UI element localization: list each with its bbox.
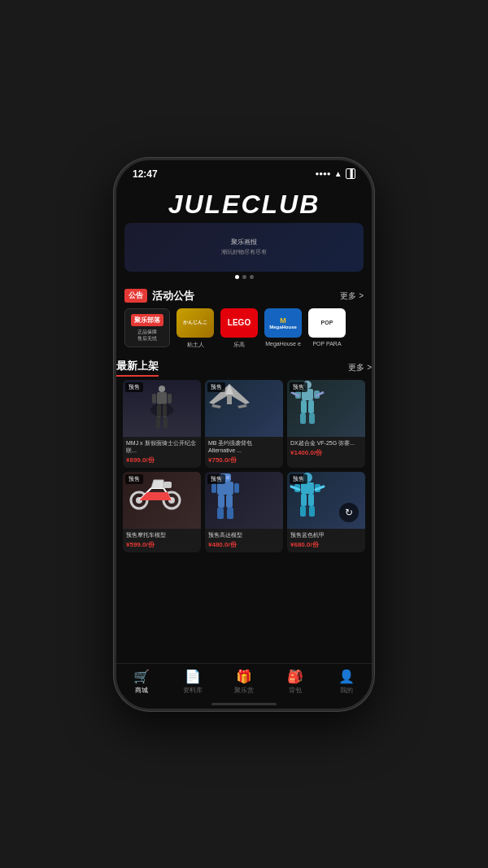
juleshang-label: 聚乐赏 [234,686,254,695]
presale-tag-5: 预售 [207,474,225,484]
announcement-title: 活动公告 [152,289,194,303]
brand-item-megahouse[interactable]: M MegaHouse MegaHouse e [264,308,302,347]
power-button[interactable] [373,258,374,290]
product-name-5: 预售高达模型 [208,531,280,539]
product-info-3: DX超合金 VF-25G 弥赛... ¥1400.0/份 [287,437,365,460]
app-logo: JULECLUB [116,183,372,223]
svg-rect-20 [300,413,306,424]
refresh-button[interactable]: ↻ [339,503,359,522]
dot-1[interactable] [235,275,239,279]
presale-tag-4: 预售 [125,474,143,484]
newest-header: 最新上架 更多 > [116,355,372,380]
figure-svg [146,386,178,430]
svg-rect-43 [301,494,307,506]
library-label: 资料库 [183,686,203,695]
svg-rect-2 [152,394,156,403]
juleshang-icon: 🎁 [236,669,252,684]
banner-section: 聚乐画报 潮玩好物尽有尽有 [116,223,372,282]
mine-label: 我的 [340,686,353,695]
tab-library[interactable]: 📄 资料库 [168,669,219,695]
battery-icon: ▐ [346,168,355,179]
notch [207,160,281,178]
presale-tag-3: 预售 [290,382,307,392]
banner-image[interactable]: 聚乐画报 潮玩好物尽有尽有 [124,223,364,272]
announcement-badge: 公告 [124,289,147,303]
svg-rect-33 [218,495,224,508]
svg-rect-45 [300,506,306,517]
svg-rect-18 [301,400,307,413]
svg-marker-12 [211,404,221,408]
library-icon: 📄 [185,669,201,684]
svg-rect-36 [227,508,233,519]
phone-screen: 12:47 ●●●● ▲ ▐ JULECLUB 聚乐画报 潮玩好物尽有尽有 [116,160,372,709]
product-info-5: 预售高达模型 ¥480.0/份 [205,529,283,552]
brand-logo-kanro: かんじんこ [176,308,214,338]
product-name-4: 预售摩托车模型 [126,531,198,539]
volume-up-button[interactable] [114,242,115,264]
brand-item-kanro[interactable]: かんじんこ 粘土人 [176,308,214,349]
tab-mine[interactable]: 👤 我的 [320,669,372,695]
tab-bag[interactable]: 🎒 背包 [269,669,320,695]
brand-name-mega: MegaHouse e [265,341,301,347]
svg-rect-1 [157,392,167,404]
banner-dots [124,275,364,279]
product-price-1: ¥899.0/份 [126,456,198,465]
shop-label: 商城 [135,686,148,695]
status-icons: ●●●● ▲ ▐ [315,168,355,179]
brand-jule[interactable]: 聚乐部落 正品保障 售后无忧 [124,308,170,348]
tab-shop[interactable]: 🛒 商城 [116,669,168,695]
svg-rect-0 [159,386,165,392]
bag-icon: 🎒 [287,669,303,684]
phone-frame: 12:47 ●●●● ▲ ▐ JULECLUB 聚乐画报 潮玩好物尽有尽有 [114,158,374,711]
product-card-2[interactable]: 预售 MB 圣约强袭背包 Alternative ... ¥750.0/份 [205,380,283,468]
announcement-more[interactable]: 更多 > [340,290,364,302]
announcement-header: 公告 活动公告 更多 > [116,282,372,308]
banner-text1: 聚乐画报 [231,238,257,246]
presale-tag-2: 预售 [207,382,225,392]
product-price-6: ¥680.0/份 [290,540,362,549]
lego-logo-inner: LEGO [220,308,258,338]
product-card-1[interactable]: 预售 MMJ x 新假面骑士公开纪念联... ¥899.0/份 [123,380,201,468]
product-name-1: MMJ x 新假面骑士公开纪念联... [126,439,198,454]
product-info-4: 预售摩托车模型 ¥599.0/份 [123,529,201,552]
wifi-icon: ▲ [334,169,342,178]
tab-juleshang[interactable]: 🎁 聚乐赏 [219,669,270,695]
newest-more[interactable]: 更多 > [348,362,372,373]
brand-jule-text2: 售后无忧 [137,335,157,342]
brand-jule-logo: 聚乐部落 [131,314,163,326]
brand-jule-text1: 正品保障 [137,329,157,335]
svg-rect-7 [163,417,168,429]
svg-rect-34 [226,495,233,508]
mega-logo-inner: M MegaHouse [264,308,302,338]
product-card-5[interactable]: 预售 预售高达模型 ¥480.0/份 [205,472,283,552]
dot-2[interactable] [242,275,246,279]
svg-rect-40 [301,482,314,494]
product-card-3[interactable]: 预售 DX超合金 VF-25G 弥赛... ¥1400.0/份 [287,380,365,468]
product-price-2: ¥750.0/份 [208,456,280,465]
announcement-title-wrap: 公告 活动公告 [124,289,194,303]
brand-item-lego[interactable]: LEGO 乐高 [220,308,258,349]
brand-item-pop[interactable]: POP POP PARA [308,308,346,347]
brand-name-pop: POP PARA [312,341,341,347]
scroll-content[interactable]: JULECLUB 聚乐画报 潮玩好物尽有尽有 公告 活动公告 [116,183,372,663]
product-info-6: 预售蓝色机甲 ¥680.0/份 [287,529,365,552]
product-card-4[interactable]: 预售 预售摩托车模型 ¥599.0/份 [123,472,201,552]
svg-rect-21 [309,413,315,424]
dot-3[interactable] [250,275,254,279]
svg-rect-3 [168,394,172,403]
product-info-1: MMJ x 新假面骑士公开纪念联... ¥899.0/份 [123,437,201,468]
brands-row: 聚乐部落 正品保障 售后无忧 かんじんこ 粘土人 LEGO 乐高 [116,308,372,355]
product-img-1: 预售 [123,380,201,437]
svg-rect-31 [211,483,216,493]
signal-icon: ●●●● [315,170,330,177]
volume-down-button[interactable] [114,273,115,295]
home-indicator [211,703,277,705]
bag-label: 背包 [289,686,302,695]
svg-rect-11 [227,395,232,404]
product-img-4: 预售 [123,472,201,529]
svg-rect-35 [217,508,224,519]
svg-rect-19 [308,400,314,413]
brand-name-kanro: 粘土人 [187,341,204,349]
product-card-6[interactable]: 预售 ↻ 预售蓝色机甲 ¥680.0/份 [287,472,365,552]
product-price-3: ¥1400.0/份 [290,448,362,457]
